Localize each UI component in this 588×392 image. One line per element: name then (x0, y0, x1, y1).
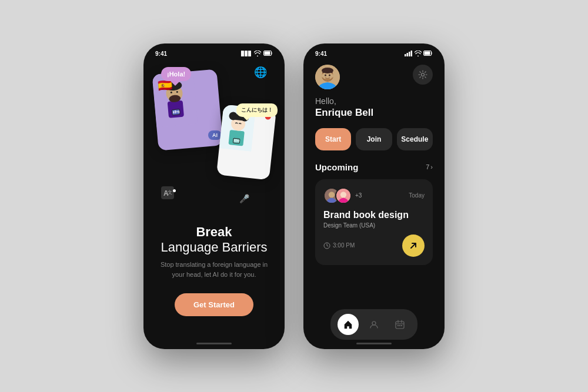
join-fab-button[interactable] (402, 234, 425, 257)
upcoming-count[interactable]: 7 › (426, 163, 433, 170)
status-bar-right: 9:41 (303, 43, 445, 60)
illustration-area: 🌐 🇪🇸 (143, 60, 285, 225)
start-button[interactable]: Start (315, 128, 351, 150)
gear-icon (418, 70, 427, 79)
mic-icon: 🎤 (239, 194, 249, 203)
svg-rect-30 (407, 53, 409, 56)
svg-rect-31 (409, 52, 410, 56)
meeting-team: Design Team (USA) (323, 222, 425, 229)
meeting-time: 3:00 PM (323, 242, 355, 249)
nav-home[interactable] (338, 314, 359, 335)
left-phone: 9:41 ▊▊▊ 🌐 (143, 43, 285, 349)
home-indicator-right (356, 343, 392, 344)
clock-icon (323, 242, 330, 249)
home-icon (343, 320, 353, 329)
upcoming-title: Upcoming (315, 162, 358, 172)
speech-bubble-hola: ¡Hola! (161, 67, 191, 81)
svg-rect-34 (425, 52, 430, 55)
header-row (315, 65, 433, 89)
headline-bold: Break (196, 225, 232, 239)
meeting-card-header: +3 Today (323, 187, 425, 204)
battery-icon-right (423, 51, 433, 57)
headline: Break Language Barriers (158, 225, 270, 256)
meeting-card[interactable]: +3 Today Brand book design Design Team (… (315, 179, 433, 265)
today-badge: Today (409, 192, 425, 199)
right-phone: 9:41 (303, 43, 445, 349)
plus-more-badge: +3 (355, 192, 362, 199)
decoration-dot (173, 189, 176, 192)
battery-icon-left (263, 51, 273, 57)
status-icons-right (405, 51, 433, 58)
speech-bubble-japanese: こんにちは！ (236, 103, 278, 117)
greeting-text: Hello, (315, 96, 433, 106)
chevron-icon: › (430, 163, 433, 170)
time-right: 9:41 (315, 51, 327, 57)
attendees-avatars: +3 (323, 187, 362, 204)
svg-point-42 (329, 74, 330, 76)
upcoming-header: Upcoming 7 › (315, 162, 433, 172)
meeting-footer: 3:00 PM (323, 234, 425, 257)
svg-point-38 (322, 74, 324, 78)
signal-icon-right (405, 51, 413, 58)
get-started-button[interactable]: Get Started (175, 293, 253, 316)
nav-contacts[interactable] (363, 314, 385, 335)
svg-rect-1 (265, 52, 270, 55)
svg-text:文: 文 (168, 190, 172, 195)
time-left: 9:41 (155, 51, 167, 57)
svg-point-49 (372, 321, 376, 325)
svg-point-43 (422, 73, 425, 76)
bottom-navigation (330, 309, 417, 340)
meeting-title: Brand book design (323, 210, 425, 220)
subtext: Stop translating a foreign language in y… (158, 260, 270, 279)
svg-point-40 (322, 68, 333, 73)
svg-rect-51 (397, 325, 399, 326)
svg-point-45 (329, 192, 335, 197)
attendee-avatar-2 (335, 187, 352, 204)
avatar-svg (315, 65, 340, 89)
arrow-up-right-icon (409, 242, 417, 250)
headline-normal: Language Barriers (161, 240, 267, 254)
globe-icon: 🌐 (254, 66, 267, 79)
schedule-button[interactable]: Scedule (397, 128, 433, 150)
signal-icon-left: ▊▊▊ (241, 51, 252, 56)
translate-icon: A 文 (161, 186, 174, 201)
svg-point-39 (331, 74, 333, 78)
svg-rect-29 (405, 54, 406, 56)
user-avatar (315, 65, 340, 89)
svg-point-47 (340, 192, 346, 197)
svg-rect-32 (411, 51, 413, 56)
right-content-area: Hello, Enrique Bell Start Join Scedule U… (303, 60, 445, 265)
wifi-icon-right (415, 51, 422, 58)
calendar-icon (395, 320, 405, 329)
svg-point-41 (325, 74, 326, 76)
home-indicator-left (196, 343, 232, 344)
join-button[interactable]: Join (356, 128, 392, 150)
contacts-icon (369, 320, 379, 329)
nav-calendar[interactable] (389, 314, 410, 335)
user-name: Enrique Bell (315, 107, 433, 119)
action-buttons-row: Start Join Scedule (315, 128, 433, 150)
svg-rect-53 (401, 325, 402, 326)
svg-rect-52 (399, 325, 400, 326)
settings-button[interactable] (413, 65, 433, 85)
status-icons-left: ▊▊▊ (241, 51, 273, 58)
wifi-icon-left (254, 51, 261, 58)
status-bar-left: 9:41 ▊▊▊ (143, 43, 285, 60)
left-content-area: Break Language Barriers Stop translating… (143, 225, 285, 317)
svg-rect-3 (168, 100, 184, 118)
